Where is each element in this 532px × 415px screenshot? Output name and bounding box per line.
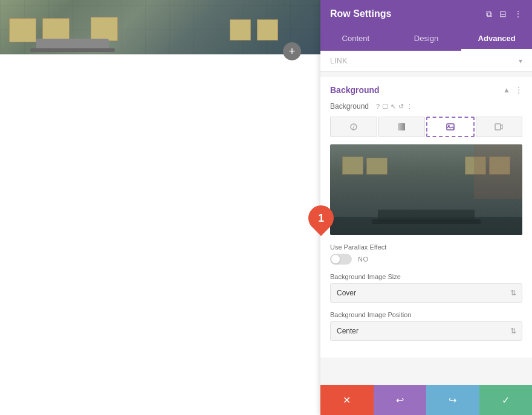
link-section[interactable]: Link ▾	[320, 51, 532, 72]
parallax-toggle-row: NO	[330, 254, 522, 265]
step-number: 1	[318, 212, 324, 225]
toggle-knob	[331, 255, 340, 263]
options-icon[interactable]: ⋮	[406, 103, 413, 111]
settings-tabs: Content Design Advanced	[320, 28, 532, 51]
section-more-icon[interactable]: ⋮	[515, 86, 522, 94]
section-header-icons: ▲ ⋮	[503, 86, 522, 94]
background-tool-icons: ? ☐ ↖ ↺ ⋮	[376, 103, 413, 111]
copy-icon[interactable]: ⧉	[486, 9, 492, 19]
panel-title: Row Settings	[330, 8, 391, 19]
image-position-label: Background Image Position	[330, 311, 522, 318]
background-label-row: Background ? ☐ ↖ ↺ ⋮	[330, 102, 522, 111]
svg-rect-4	[495, 124, 501, 130]
row-settings-panel: Row Settings ⧉ ⊟ ⋮ Content Design Advanc…	[320, 0, 532, 415]
bg-type-color-button[interactable]	[330, 117, 377, 137]
columns-icon[interactable]: ⊟	[499, 9, 507, 19]
image-size-select[interactable]: Cover Contain Auto	[330, 283, 522, 303]
cursor-icon[interactable]: ↖	[391, 103, 396, 111]
canvas-area: +	[0, 0, 320, 415]
image-size-select-wrapper: Cover Contain Auto	[330, 283, 522, 303]
tab-design[interactable]: Design	[391, 28, 462, 51]
image-position-select-wrapper: Center Top Left Top Right Bottom Left Bo…	[330, 321, 522, 341]
redo-button[interactable]: ↪	[426, 385, 479, 415]
save-button[interactable]: ✓	[479, 385, 533, 415]
panel-header: Row Settings ⧉ ⊟ ⋮	[320, 0, 532, 28]
tab-advanced[interactable]: Advanced	[461, 28, 532, 51]
gym-preview-image	[330, 144, 522, 235]
parallax-toggle[interactable]	[330, 254, 352, 265]
link-label: Link	[330, 57, 348, 65]
header-actions: ⧉ ⊟ ⋮	[486, 9, 522, 19]
bottom-action-bar: ✕ ↩ ↪ ✓	[320, 385, 532, 415]
bg-type-gradient-button[interactable]	[378, 117, 426, 137]
canvas-hero-image	[0, 0, 320, 54]
image-position-select[interactable]: Center Top Left Top Right Bottom Left Bo…	[330, 321, 522, 341]
parallax-row: Use Parallax Effect NO	[330, 243, 522, 265]
undo-button[interactable]: ↩	[374, 385, 427, 415]
device-icon[interactable]: ☐	[382, 103, 388, 111]
help-icon[interactable]: ?	[376, 103, 380, 110]
bg-type-image-button[interactable]	[426, 117, 475, 137]
parallax-label: Use Parallax Effect	[330, 243, 522, 251]
panel-content-area: Link ▾ Background ▲ ⋮ Background ? ☐ ↖ ↺	[320, 51, 532, 385]
image-position-row: Background Image Position Center Top Lef…	[330, 311, 522, 341]
reset-icon[interactable]: ↺	[398, 103, 404, 111]
svg-rect-1	[398, 123, 405, 130]
add-element-button[interactable]: +	[283, 42, 301, 60]
background-type-buttons	[330, 117, 522, 137]
bg-type-video-button[interactable]	[476, 117, 523, 137]
canvas-content	[0, 54, 320, 415]
background-label: Background	[330, 102, 369, 111]
background-section-header: Background ▲ ⋮	[330, 85, 522, 95]
parallax-toggle-label: NO	[358, 256, 369, 263]
section-collapse-icon[interactable]: ▲	[503, 86, 510, 94]
background-section-title: Background	[330, 85, 380, 95]
more-options-icon[interactable]: ⋮	[514, 9, 522, 19]
image-size-label: Background Image Size	[330, 273, 522, 280]
cancel-button[interactable]: ✕	[320, 385, 374, 415]
background-image-preview[interactable]	[330, 144, 522, 235]
link-chevron-icon: ▾	[519, 57, 522, 65]
background-section: Background ▲ ⋮ Background ? ☐ ↖ ↺ ⋮	[320, 77, 532, 358]
tab-content[interactable]: Content	[320, 28, 391, 51]
image-size-row: Background Image Size Cover Contain Auto	[330, 273, 522, 303]
